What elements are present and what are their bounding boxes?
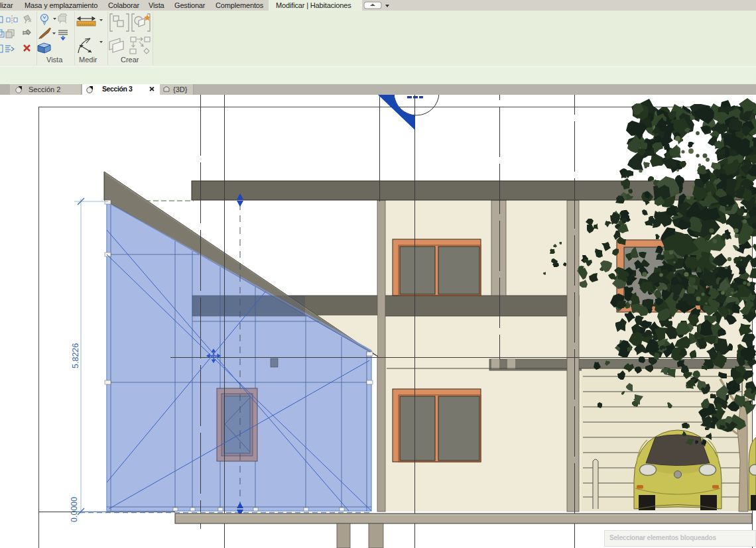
svg-text:5.8226: 5.8226 [71,343,80,368]
svg-text:0.0000: 0.0000 [70,497,79,522]
